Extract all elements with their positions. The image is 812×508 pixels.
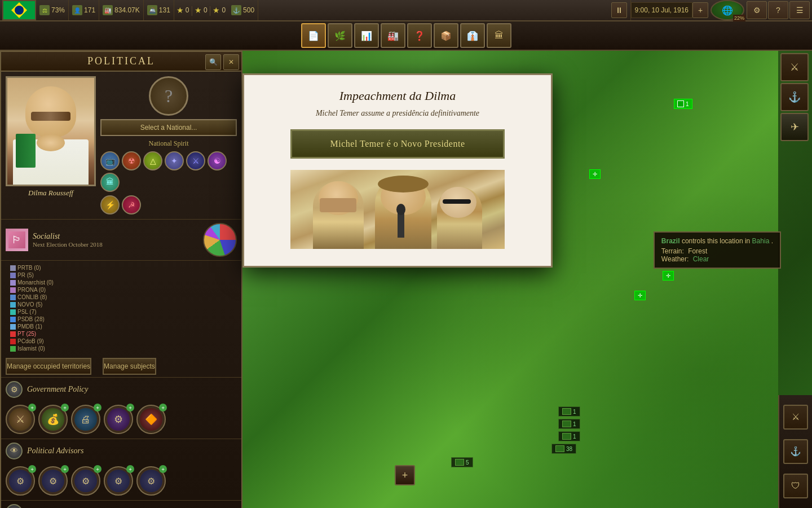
unit-cross-2: ✛ [634, 291, 646, 300]
minimap-container: 🌐 22% [710, 0, 744, 20]
panel-header-icons: 🔍 ✕ [205, 54, 239, 70]
party-color-psdb [10, 317, 16, 322]
pause-button[interactable]: ⏸ [611, 2, 627, 18]
policy-icon-1[interactable]: ⚔ + [6, 405, 35, 434]
leader-section: Dilma Rousseff ? Select a National... Na… [1, 72, 241, 220]
advisor-img-3: ⚙ [74, 470, 97, 492]
person-right [437, 187, 482, 249]
toolbar-btn-supply[interactable]: 📦 [434, 23, 458, 48]
add-time-button[interactable]: + [692, 2, 708, 18]
spirit-icon-9[interactable]: ☭ [122, 195, 141, 214]
advisor-icon-5[interactable]: ⚙ + [136, 466, 166, 496]
add-badge-2: + [61, 404, 69, 411]
tooltip-country: Brazil [661, 237, 680, 245]
advisor-add-4: + [126, 465, 134, 473]
star-separator2: | [209, 5, 211, 16]
globe-icon: 🌐 [722, 5, 733, 16]
select-national-button[interactable]: Select a National... [100, 119, 237, 136]
flag-sash [16, 134, 36, 168]
beard-1 [320, 198, 356, 212]
policy-icon-5[interactable]: 🔶 + [136, 405, 166, 434]
star-count-2: 0 [204, 6, 208, 14]
policy-icon-3[interactable]: 🖨 + [71, 405, 100, 434]
leader-name: Dilma Rousseff [28, 186, 73, 200]
leader-portrait[interactable] [6, 76, 96, 186]
unit-box-2[interactable]: 1 [558, 419, 580, 429]
settings-button[interactable]: ⚙ [747, 1, 767, 19]
toolbar-btn-statistics[interactable]: 📊 [354, 23, 379, 48]
spirit-question-badge[interactable]: ? [149, 76, 188, 116]
party-monarchist: Monarchist (0) [10, 279, 232, 286]
close-button[interactable]: ✕ [223, 54, 239, 70]
spirit-icon-5[interactable]: ⚔ [186, 151, 205, 170]
bottom-right-btn-3[interactable]: 🛡 [783, 474, 808, 498]
toolbar-btn-production[interactable]: 🏭 [381, 23, 405, 48]
right-btn-2[interactable]: ⚓ [780, 83, 809, 111]
manpower-value: 171 [84, 6, 95, 14]
unit-box-1[interactable]: 1 [558, 406, 580, 417]
tooltip-weather-value: Clear [693, 255, 709, 263]
spirit-icon-3[interactable]: △ [143, 151, 162, 170]
spirit-icon-1[interactable]: 📺 [100, 151, 120, 170]
ic-value: 834.07K [114, 6, 140, 14]
party-color-monarchist [10, 280, 16, 286]
spirit-icon-2[interactable]: ☢ [122, 151, 141, 170]
flag-button[interactable] [2, 0, 36, 20]
party-conlib: CONLIB (8) [10, 294, 232, 301]
party-color-pcdob [10, 339, 16, 344]
tooltip-terrain-line: Terrain: Forest [661, 247, 773, 255]
convoy-icon: 🚢 [147, 5, 157, 15]
policy-icon-2[interactable]: 💰 + [38, 405, 68, 434]
menu-button[interactable]: ☰ [789, 1, 810, 19]
advisor-icon-2[interactable]: ⚙ + [38, 466, 68, 496]
ic-icon: 🏭 [103, 5, 113, 15]
research-icon: 🔬 [6, 504, 23, 508]
add-badge-4: + [126, 404, 134, 411]
bottom-right-btn-2[interactable]: ⚓ [783, 439, 808, 464]
event-subtitle: Michel Temer assume a presidência defini… [244, 109, 551, 129]
unit-box-38[interactable]: 38 [551, 444, 576, 454]
top-bar: ⚖ 73% 👤 171 🏭 834.07K 🚢 131 ★ 0 | ★ 0 | … [0, 0, 812, 21]
unit-count-2: 1 [573, 421, 576, 427]
toolbar-btn-technology[interactable]: 🌿 [328, 23, 352, 48]
add-badge-3: + [94, 404, 102, 411]
ideology-section: 🏳 Socialist Next Election October 2018 [1, 220, 241, 261]
spirit-icon-7[interactable]: 🏛 [100, 173, 120, 192]
gear-icon: ⚙ [6, 381, 23, 398]
manpower-icon: 👤 [72, 5, 82, 15]
bottom-right-btn-1[interactable]: ⚔ [783, 405, 808, 430]
second-toolbar: 📄 🌿 📊 🏭 ❓ 📦 👔 🏛 [0, 21, 812, 51]
right-btn-1[interactable]: ⚔ [780, 53, 809, 81]
unit-box-3[interactable]: 1 [558, 431, 580, 441]
bottom-right-panel: ⚔ ⚓ 🛡 [778, 395, 812, 508]
leader-image [7, 78, 94, 185]
spirit-icon-6[interactable]: ☯ [208, 151, 227, 170]
policy-icon-4[interactable]: ⚙ + [104, 405, 133, 434]
party-name-pt: PT (25) [17, 331, 36, 337]
right-btn-3[interactable]: ✈ [780, 113, 809, 141]
policy-img-5: 🔶 [140, 408, 162, 431]
manage-territories-button[interactable]: Manage occupied territories [6, 358, 91, 375]
event-confirm-button[interactable]: Michel Temer é o Novo Presidente [290, 129, 505, 159]
tooltip-controls-text: controls this location in [682, 237, 752, 245]
manage-subjects-button[interactable]: Manage subjects [103, 358, 156, 375]
unit-count-38: 38 [566, 446, 572, 452]
spirit-icon-8[interactable]: ⚡ [100, 195, 120, 214]
ideology-symbol: 🏳 [8, 231, 25, 248]
advisor-icon-3[interactable]: ⚙ + [71, 466, 100, 496]
advisor-icon-1[interactable]: ⚙ + [6, 466, 35, 496]
right-panel: ⚔ ⚓ ✈ [778, 51, 812, 143]
ships-stat: ⚓ 500 [228, 0, 258, 20]
spirit-icon-4[interactable]: ✦ [165, 151, 184, 170]
toolbar-btn-diplomacy[interactable]: 👔 [460, 23, 485, 48]
unit-box-5[interactable]: 5 [451, 457, 473, 467]
help-button[interactable]: ? [768, 1, 788, 19]
map-zoom-button[interactable]: + [395, 465, 415, 485]
toolbar-btn-politics[interactable]: 🏛 [487, 23, 511, 48]
search-button[interactable]: 🔍 [205, 54, 221, 70]
gov-policy-header: ⚙ Government Policy [1, 377, 241, 401]
hair-detail [31, 112, 70, 121]
toolbar-btn-help[interactable]: ❓ [407, 23, 432, 48]
toolbar-btn-news[interactable]: 📄 [301, 23, 326, 48]
advisor-icon-4[interactable]: ⚙ + [104, 466, 133, 496]
